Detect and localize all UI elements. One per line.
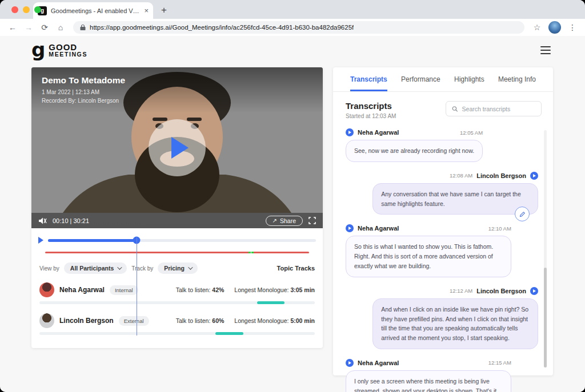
message-time: 12:10 AM <box>488 225 511 232</box>
panel-tab[interactable]: Meeting Info <box>498 67 536 91</box>
participant-avatar <box>39 282 54 297</box>
app-menu-icon[interactable] <box>538 44 553 57</box>
topic-marker-green[interactable] <box>249 252 254 253</box>
video-control-bar: 00:10 | 30:21 ↗ Share <box>31 213 323 228</box>
search-input[interactable] <box>462 106 535 112</box>
panel-tab[interactable]: Transcripts <box>350 67 387 91</box>
forward-icon[interactable]: → <box>22 23 35 32</box>
track-by-dropdown[interactable]: Pricing <box>158 262 198 274</box>
panel-tab[interactable]: Performance <box>401 67 440 91</box>
minimize-window-button[interactable] <box>23 6 30 13</box>
playhead-line[interactable] <box>137 237 138 336</box>
play-message-icon[interactable] <box>346 359 354 367</box>
url-text: https://app.goodmeetings.ai/Good_Meeting… <box>90 24 354 31</box>
browser-window: g Goodmeetings - AI enabled Video Meetin… <box>0 0 585 392</box>
panel-header: Transcripts Started at 12:03 AM <box>333 92 553 124</box>
meeting-player-card: Demo To Metadome 1 Mar 2022 | 12:13 AM R… <box>31 67 323 348</box>
share-button[interactable]: ↗ Share <box>266 216 303 226</box>
progress-fill <box>48 239 137 242</box>
panel-title: Transcripts <box>346 101 396 111</box>
message-bubble[interactable]: I only see a screen where this meeting i… <box>346 370 511 392</box>
message-bubble[interactable]: And when I click on an inside like we ha… <box>372 298 538 349</box>
participant-name: Lincoln Bergson <box>59 317 114 325</box>
play-message-icon[interactable] <box>530 287 538 295</box>
panel-tab[interactable]: Highlights <box>454 67 484 91</box>
talk-to-listen-stat: Talk to listen: 60% <box>176 317 225 324</box>
video-player[interactable]: Demo To Metadome 1 Mar 2022 | 12:13 AM R… <box>31 67 323 228</box>
play-message-icon[interactable] <box>530 172 538 180</box>
close-tab-icon[interactable]: × <box>144 6 149 15</box>
share-label: Share <box>280 217 296 224</box>
play-message-icon[interactable] <box>346 128 354 136</box>
message-bubble[interactable]: So this is what I wanted to show you. Th… <box>346 236 511 277</box>
message-speaker: Lincoln Bergson <box>476 288 526 294</box>
topic-tracks-label: Topic Tracks <box>277 265 315 272</box>
participant-avatar <box>39 313 54 328</box>
panel-subtitle: Started at 12:03 AM <box>346 113 396 119</box>
mute-icon[interactable] <box>38 217 47 225</box>
browser-tabstrip: g Goodmeetings - AI enabled Video Meetin… <box>0 0 585 19</box>
meeting-datetime: 1 Mar 2022 | 12:13 AM <box>42 89 99 95</box>
browser-menu-icon[interactable]: ⋮ <box>566 23 579 32</box>
transcript-message: Neha Agarwal 12:10 AM So this is what I … <box>346 224 511 277</box>
close-window-button[interactable] <box>11 6 18 13</box>
meeting-title: Demo To Metadome <box>42 75 125 86</box>
app-page: g GOOD MEETINGS <box>0 36 585 392</box>
share-arrow-icon: ↗ <box>273 217 277 224</box>
message-time: 12:15 AM <box>488 359 511 366</box>
view-by-dropdown[interactable]: All Participants <box>64 262 127 274</box>
window-controls[interactable] <box>11 6 41 13</box>
browser-toolbar: ← → ⟳ ⌂ https://app.goodmeetings.ai/Good… <box>0 19 585 36</box>
participant-name: Neha Agarwal <box>59 286 105 294</box>
message-speaker: Neha Agarwal <box>358 359 399 366</box>
app-header: g GOOD MEETINGS <box>0 36 585 64</box>
participant-row: Neha Agarwal Internal Talk to listen: 42… <box>38 281 316 304</box>
topic-track-segment <box>257 301 285 304</box>
transcript-message: Lincoln Bergson 12:12 AM And when I clic… <box>372 287 538 349</box>
logo-g-icon: g <box>31 42 45 58</box>
edit-highlight-button[interactable] <box>515 207 530 221</box>
participant-topic-track[interactable] <box>39 332 315 335</box>
tab-title: Goodmeetings - AI enabled Video Meetings <box>51 7 140 14</box>
search-box[interactable] <box>446 101 542 116</box>
transcript-message: Lincoln Bergson 12:08 AM Any conversatio… <box>372 172 538 215</box>
message-speaker: Neha Agarwal <box>358 225 399 232</box>
message-time: 12:12 AM <box>450 288 472 294</box>
search-icon <box>452 106 458 112</box>
play-message-icon[interactable] <box>346 224 354 232</box>
browser-profile-avatar[interactable] <box>548 21 561 34</box>
filters-row: View by All Participants Track by Pricin… <box>39 262 315 274</box>
goodmeetings-logo[interactable]: g GOOD MEETINGS <box>31 42 87 58</box>
timeline-play-icon[interactable] <box>38 237 43 244</box>
zoom-window-button[interactable] <box>34 6 41 13</box>
home-icon[interactable]: ⌂ <box>54 23 67 32</box>
message-bubble[interactable]: See, now we are already recording right … <box>346 140 483 162</box>
video-time: 00:10 | 30:21 <box>53 217 89 224</box>
scrollbar-thumb[interactable] <box>544 268 547 367</box>
message-bubble[interactable]: Any conversation that we have same I can… <box>372 183 538 215</box>
logo-text-line1: GOOD <box>49 43 87 51</box>
longest-monologue-stat: Longest Monologue: 3:05 min <box>234 286 315 293</box>
participant-badge: External <box>119 316 149 326</box>
transcript-messages: Neha Agarwal 12:05 AM See, now we are al… <box>333 124 553 392</box>
participant-topic-track[interactable] <box>39 301 315 304</box>
longest-monologue-stat: Longest Monologue: 5:00 min <box>234 317 315 324</box>
message-time: 12:05 AM <box>460 130 483 136</box>
reload-icon[interactable]: ⟳ <box>38 23 51 32</box>
topic-track-segment <box>215 332 243 335</box>
transcripts-panel: Transcripts Performance Highlights Meeti… <box>333 67 553 375</box>
back-icon[interactable]: ← <box>6 23 19 32</box>
meeting-recorded-by: Recorded By: Lincoln Bergson <box>42 98 119 104</box>
bookmark-star-icon[interactable]: ☆ <box>530 23 544 32</box>
participant-row: Lincoln Bergson External Talk to listen:… <box>38 312 316 335</box>
address-bar[interactable]: https://app.goodmeetings.ai/Good_Meeting… <box>73 21 524 34</box>
topic-track-line[interactable] <box>45 252 309 253</box>
play-button[interactable] <box>149 119 206 176</box>
pencil-icon <box>519 211 526 217</box>
transcript-scrollbar[interactable] <box>544 130 547 367</box>
browser-tab[interactable]: g Goodmeetings - AI enabled Video Meetin… <box>33 2 153 19</box>
lock-icon <box>80 24 86 31</box>
fullscreen-icon[interactable] <box>308 217 316 224</box>
progress-track[interactable] <box>48 239 316 242</box>
new-tab-button[interactable]: + <box>161 5 167 16</box>
